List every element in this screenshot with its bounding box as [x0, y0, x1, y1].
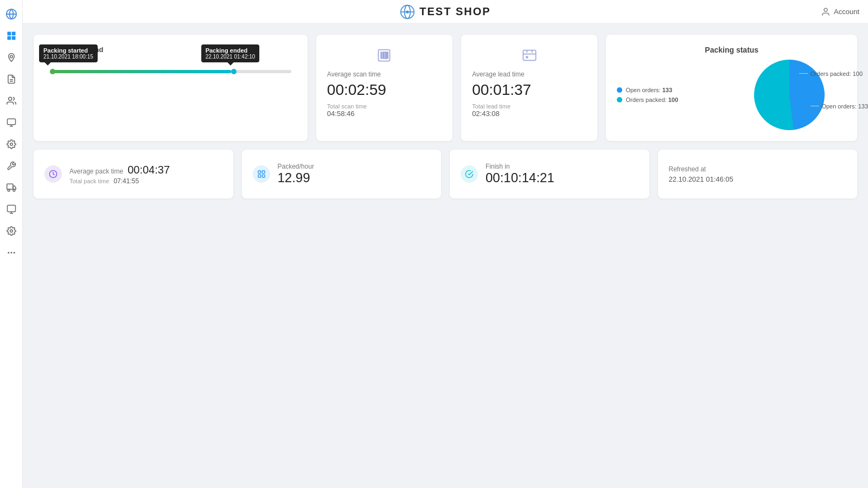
- sidebar-item-delivery[interactable]: [3, 179, 20, 196]
- packed-per-hour-icon: [253, 165, 270, 183]
- packing-status-legend: Open orders: 133 Orders packed: 100: [617, 87, 678, 103]
- tooltip-start-date: 21.10.2021 18:00:15: [43, 54, 93, 60]
- lead-time-icon: [520, 46, 539, 65]
- finish-in-icon: [461, 165, 478, 183]
- pie-chart-container: Orders packed: 100 Open orders: 133: [754, 60, 825, 130]
- svg-rect-9: [7, 119, 15, 125]
- sidebar: [0, 0, 23, 488]
- app-logo-icon: [400, 4, 415, 20]
- sidebar-item-location[interactable]: [3, 49, 20, 66]
- sidebar-item-computer[interactable]: [3, 201, 20, 218]
- legend-open-orders: Open orders: 133: [617, 87, 678, 93]
- packed-per-hour-card: Packed/hour 12.99: [242, 150, 442, 198]
- refreshed-at-label: Refreshed at: [669, 165, 847, 173]
- sidebar-item-tools[interactable]: [3, 157, 20, 175]
- tooltip-end: Packing ended 22.10.2021 01:42:10: [201, 44, 260, 62]
- sidebar-item-users[interactable]: [3, 92, 20, 110]
- avg-scan-time-sub-value: 04:58:46: [327, 110, 355, 118]
- sidebar-logo[interactable]: [3, 5, 20, 23]
- packed-per-hour-content: Packed/hour 12.99: [278, 163, 314, 185]
- refreshed-at-card: Refreshed at 22.10.2021 01:46:05: [658, 150, 858, 198]
- avg-pack-time-sub-value: 07:41:55: [113, 177, 139, 185]
- sidebar-item-settings[interactable]: [3, 136, 20, 153]
- svg-point-12: [10, 143, 12, 146]
- svg-point-19: [10, 230, 12, 233]
- legend-packed-label: Orders packed: 100: [626, 97, 678, 103]
- sidebar-item-documents[interactable]: [3, 70, 20, 88]
- svg-point-5: [10, 55, 12, 58]
- refreshed-at-value: 22.10.2021 01:46:05: [669, 175, 847, 183]
- tooltip-end-date: 22.10.2021 01:42:10: [206, 54, 256, 60]
- finish-in-card: Finish in 00:10:14:21: [450, 150, 649, 198]
- avg-pack-time-card: Average pack time 00:04:37 Total pack ti…: [34, 150, 233, 198]
- finish-in-label: Finish in: [486, 163, 554, 170]
- row-1: Packing start/end Packing started 21.10.…: [34, 35, 857, 141]
- timeline-track: [50, 70, 291, 73]
- avg-scan-time-card: Average scan time 00:02:59 Total scan ti…: [316, 35, 452, 141]
- svg-rect-31: [258, 171, 261, 174]
- pie-label-open: Open orders: 133: [821, 103, 868, 110]
- packing-status-card: Packing status Open orders: 133 Or: [606, 35, 857, 141]
- main-area: TEST SHOP Account Packing start/end Pack…: [23, 0, 868, 488]
- svg-point-27: [824, 8, 827, 11]
- svg-rect-16: [7, 206, 15, 212]
- svg-rect-32: [258, 175, 261, 177]
- svg-rect-33: [262, 171, 265, 174]
- legend-dot-open: [617, 87, 622, 93]
- topbar-logo: TEST SHOP: [400, 4, 490, 20]
- svg-point-14: [8, 189, 10, 191]
- avg-lead-time-value: 00:01:37: [472, 81, 531, 99]
- sidebar-item-dashboard[interactable]: [3, 27, 20, 44]
- account-icon: [821, 7, 831, 17]
- svg-point-26: [406, 10, 409, 13]
- packed-per-hour-label: Packed/hour: [278, 163, 314, 170]
- avg-scan-time-label: Average scan time: [327, 70, 381, 78]
- svg-rect-13: [7, 184, 12, 189]
- finish-in-content: Finish in 00:10:14:21: [486, 163, 554, 185]
- tooltip-end-label: Packing ended: [206, 47, 256, 54]
- svg-point-8: [8, 97, 11, 100]
- sidebar-item-monitor[interactable]: [3, 114, 20, 131]
- svg-rect-1: [7, 32, 11, 36]
- svg-rect-3: [7, 36, 11, 40]
- svg-rect-2: [11, 32, 15, 36]
- tooltip-start-label: Packing started: [43, 47, 93, 54]
- avg-lead-time-label: Average lead time: [472, 70, 525, 78]
- avg-scan-time-sub-label: Total scan time: [327, 103, 367, 110]
- avg-lead-time-sub-value: 02:43:08: [472, 110, 500, 118]
- app-title: TEST SHOP: [419, 5, 490, 18]
- timeline-dot-end: [231, 69, 237, 74]
- avg-pack-time-sub-label: Total pack time: [69, 178, 109, 184]
- packing-status-body: Open orders: 133 Orders packed: 100 Or: [617, 60, 846, 130]
- pack-time-icon: [44, 165, 62, 183]
- svg-rect-4: [11, 36, 15, 40]
- avg-pack-time-value: 00:04:37: [127, 164, 170, 176]
- svg-point-22: [14, 252, 15, 253]
- timeline-dot-start: [50, 69, 55, 74]
- avg-scan-time-value: 00:02:59: [327, 81, 386, 99]
- timeline-fill: [50, 70, 231, 73]
- svg-point-21: [11, 252, 12, 253]
- legend-dot-packed: [617, 97, 622, 102]
- tooltip-start: Packing started 21.10.2021 18:00:15: [39, 44, 98, 62]
- account-button[interactable]: Account: [821, 7, 859, 17]
- sidebar-item-config[interactable]: [3, 222, 20, 240]
- avg-pack-time-label: Average pack time: [69, 168, 123, 175]
- packing-status-title: Packing status: [617, 46, 846, 54]
- account-label: Account: [834, 8, 859, 16]
- topbar: TEST SHOP Account: [23, 0, 868, 24]
- svg-rect-34: [262, 175, 265, 177]
- legend-packed-orders: Orders packed: 100: [617, 97, 678, 103]
- legend-open-label: Open orders: 133: [626, 87, 672, 93]
- row-2: Average pack time 00:04:37 Total pack ti…: [34, 150, 857, 198]
- avg-lead-time-sub-label: Total lead time: [472, 103, 510, 110]
- svg-point-15: [13, 189, 15, 191]
- scan-time-icon: [374, 46, 394, 65]
- packed-per-hour-value: 12.99: [278, 170, 314, 185]
- sidebar-item-info[interactable]: [3, 244, 20, 261]
- packing-start-end-card: Packing start/end Packing started 21.10.…: [34, 35, 308, 141]
- finish-in-value: 00:10:14:21: [486, 170, 554, 185]
- avg-pack-time-content: Average pack time 00:04:37 Total pack ti…: [69, 164, 170, 185]
- svg-rect-29: [523, 50, 535, 61]
- timeline: Packing started 21.10.2021 18:00:15 Pack…: [44, 70, 297, 73]
